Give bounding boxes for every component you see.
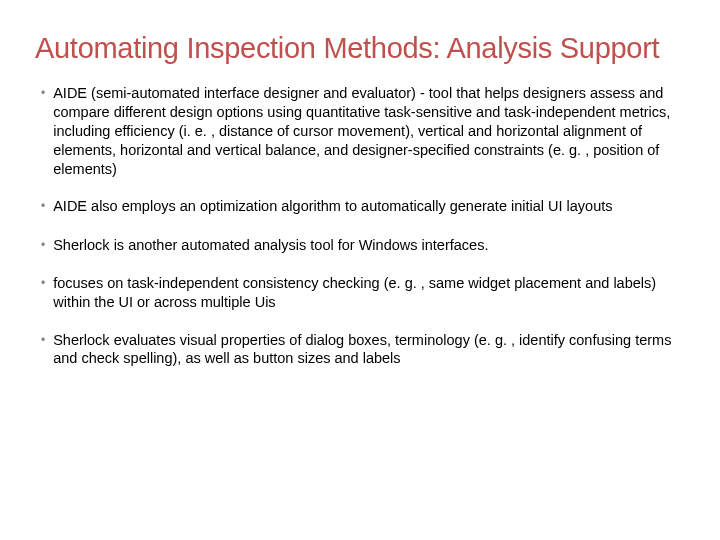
bullet-text: Sherlock is another automated analysis t… [53, 236, 680, 255]
bullet-icon: • [41, 274, 45, 293]
slide-title: Automating Inspection Methods: Analysis … [35, 30, 680, 66]
bullet-text: AIDE (semi-automated interface designer … [53, 84, 680, 178]
bullet-icon: • [41, 331, 45, 350]
list-item: • AIDE (semi-automated interface designe… [35, 84, 680, 178]
list-item: • focuses on task-independent consistenc… [35, 274, 680, 312]
bullet-icon: • [41, 236, 45, 255]
bullet-text: focuses on task-independent consistency … [53, 274, 680, 312]
bullet-list: • AIDE (semi-automated interface designe… [35, 84, 680, 368]
bullet-text: Sherlock evaluates visual properties of … [53, 331, 680, 369]
list-item: • Sherlock is another automated analysis… [35, 236, 680, 255]
list-item: • AIDE also employs an optimization algo… [35, 197, 680, 216]
list-item: • Sherlock evaluates visual properties o… [35, 331, 680, 369]
bullet-text: AIDE also employs an optimization algori… [53, 197, 680, 216]
bullet-icon: • [41, 197, 45, 216]
bullet-icon: • [41, 84, 45, 103]
